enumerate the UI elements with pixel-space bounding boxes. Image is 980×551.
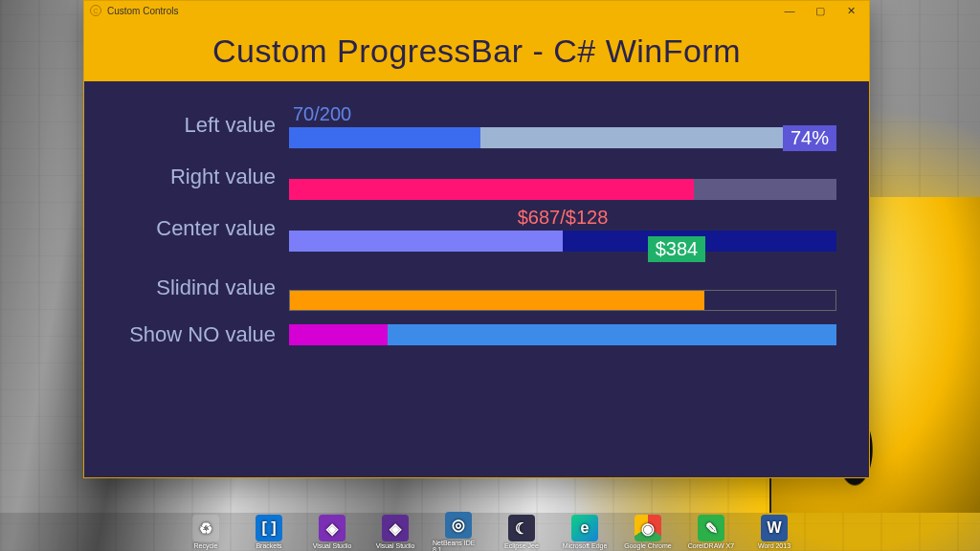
taskbar-item-label: CorelDRAW X7 [688, 542, 734, 549]
visual-studio-icon: ◈ [382, 515, 409, 541]
row-label: Right value [117, 165, 289, 189]
window-system-row: C Custom Controls ― ▢ ✕ [84, 1, 869, 20]
taskbar-item-label: Visual Studio [313, 542, 352, 549]
brackets-icon: [ ] [256, 515, 282, 541]
progress-fill [289, 179, 694, 200]
progress-value-text: $687/$128 [518, 206, 609, 229]
taskbar-item-label: Word 2013 [758, 542, 791, 549]
progress-badge: 74% [783, 125, 836, 151]
progress-track[interactable] [289, 231, 836, 252]
recycle-icon: ♻ [192, 515, 219, 541]
progress-fill [289, 127, 480, 148]
taskbar-item-label: Brackets [256, 542, 281, 549]
taskbar-item-brackets[interactable]: [ ]Brackets [243, 515, 295, 549]
app-icon: C [90, 5, 101, 16]
taskbar-item-label: Recycle [194, 542, 218, 549]
bar-area: $384 [289, 265, 836, 311]
bar-area: 70/200 [289, 102, 836, 148]
word-2013-icon: W [761, 515, 788, 541]
progress-fill [289, 324, 388, 345]
row-label: Center value [117, 216, 289, 241]
taskbar-item-label: NetBeans IDE 8.1 [433, 540, 484, 552]
taskbar-item-visual-studio[interactable]: ◈Visual Studio [306, 515, 358, 549]
progress-track[interactable] [289, 127, 836, 148]
taskbar-item-google-chrome[interactable]: ◉Google Chrome [622, 515, 674, 549]
taskbar-item-eclipse-jee[interactable]: ☾Eclipse Jee [496, 515, 547, 549]
progress-track[interactable] [289, 324, 836, 345]
progress-row-none: Show NO value [117, 322, 836, 347]
bar-area: $687/$128 [289, 206, 836, 252]
microsoft-edge-icon: e [571, 515, 598, 541]
taskbar-item-recycle[interactable]: ♻Recycle [180, 515, 232, 549]
progress-row-right: Right value 74% [117, 154, 836, 200]
google-chrome-icon: ◉ [635, 515, 661, 541]
taskbar: ♻Recycle[ ]Brackets◈Visual Studio◈Visual… [0, 513, 980, 551]
progress-track[interactable] [289, 290, 836, 311]
window-heading: Custom ProgressBar - C# WinForm [84, 20, 869, 81]
taskbar-item-microsoft-edge[interactable]: eMicrosoft Edge [559, 515, 611, 549]
taskbar-item-visual-studio[interactable]: ◈Visual Studio [369, 515, 421, 549]
taskbar-item-label: Google Chrome [624, 542, 671, 549]
taskbar-item-coreldraw-x7[interactable]: ✎CorelDRAW X7 [685, 515, 737, 549]
window-body: Left value 70/200 Right value 74% Center… [84, 81, 869, 347]
bar-area: 74% [289, 154, 836, 200]
progress-fill [289, 231, 563, 252]
minimize-button[interactable]: ― [777, 2, 802, 19]
visual-studio-icon: ◈ [319, 515, 345, 541]
row-label: Slidind value [117, 276, 289, 300]
coreldraw-x7-icon: ✎ [698, 515, 724, 541]
progress-row-left: Left value 70/200 [117, 102, 836, 148]
maximize-button[interactable]: ▢ [808, 2, 833, 19]
app-window: C Custom Controls ― ▢ ✕ Custom ProgressB… [83, 0, 870, 478]
window-sys-title: Custom Controls [107, 6, 178, 16]
progress-value-text: 70/200 [293, 102, 351, 125]
progress-fill [290, 291, 704, 310]
netbeans-ide-8-1-icon: ◎ [445, 512, 472, 539]
taskbar-item-label: Eclipse Jee [504, 542, 539, 549]
progress-badge: $384 [648, 236, 706, 262]
close-button[interactable]: ✕ [838, 2, 863, 19]
row-label: Left value [117, 113, 289, 138]
row-label: Show NO value [117, 322, 289, 347]
taskbar-item-word-2013[interactable]: WWord 2013 [748, 515, 800, 549]
window-titlebar[interactable]: C Custom Controls ― ▢ ✕ Custom ProgressB… [84, 1, 869, 81]
taskbar-item-label: Visual Studio [376, 542, 415, 549]
bar-area [289, 324, 836, 345]
eclipse-jee-icon: ☾ [508, 515, 535, 541]
progress-row-center: Center value $687/$128 [117, 206, 836, 252]
progress-row-slide: Slidind value $384 [117, 265, 836, 311]
taskbar-item-netbeans-ide-8-1[interactable]: ◎NetBeans IDE 8.1 [433, 512, 484, 552]
progress-track[interactable] [289, 179, 836, 200]
taskbar-item-label: Microsoft Edge [563, 542, 608, 549]
